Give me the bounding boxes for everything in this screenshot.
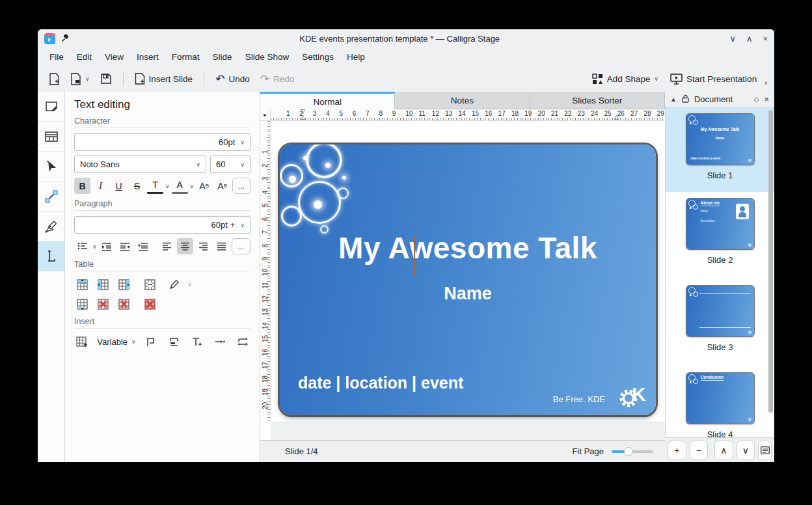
align-right-button[interactable] xyxy=(195,238,211,254)
delete-column-button[interactable] xyxy=(116,296,131,312)
pin-icon[interactable] xyxy=(61,34,70,43)
horizontal-ruler[interactable]: 1234567891011121314151617181920212223242… xyxy=(271,109,665,120)
slide-thumbnail-2[interactable]: About me Name Description ⚙ Slide 2 xyxy=(666,192,774,279)
add-slide-button[interactable]: + xyxy=(668,441,686,460)
slide-thumbnail-4[interactable]: Conclusion ⚙ Slide 4 xyxy=(666,366,774,437)
bold-button[interactable]: B xyxy=(74,178,90,194)
insert-bookmark-button[interactable] xyxy=(144,334,159,349)
border-pen-chevron-icon[interactable]: ∨ xyxy=(187,281,192,288)
tool-shape-edit[interactable] xyxy=(38,92,64,122)
table-border-pen-button[interactable] xyxy=(167,277,182,292)
font-size-combo[interactable]: 60 ∨ xyxy=(210,156,250,173)
highlight-color-chevron-icon[interactable]: ∨ xyxy=(190,183,195,189)
open-recent-chevron-icon[interactable]: ∨ xyxy=(85,75,90,82)
strikethrough-button[interactable]: S xyxy=(129,178,145,194)
character-more-button[interactable]: ... xyxy=(232,178,250,194)
menu-edit[interactable]: Edit xyxy=(70,50,98,64)
insert-row-above-button[interactable] xyxy=(74,277,90,292)
italic-button[interactable]: I xyxy=(92,178,109,194)
insert-soft-hyphen-button[interactable] xyxy=(212,334,227,349)
merge-cells-button[interactable] xyxy=(142,277,157,292)
insert-page-break-button[interactable] xyxy=(167,334,182,349)
slide-thumbnail-1[interactable]: My Awesome Talk Name date | location | e… xyxy=(666,107,774,192)
split-cells-button[interactable] xyxy=(74,296,90,312)
dock-close-icon[interactable]: × xyxy=(764,94,769,104)
align-left-button[interactable] xyxy=(159,238,175,254)
redo-button[interactable]: ↷ Redo xyxy=(256,70,299,88)
tool-pointer[interactable] xyxy=(38,152,64,182)
close-button[interactable]: × xyxy=(763,34,768,44)
menu-format[interactable]: Format xyxy=(165,50,206,64)
tab-normal[interactable]: Normal xyxy=(260,92,395,109)
tool-text[interactable] xyxy=(38,241,64,271)
insert-slide-button[interactable]: Insert Slide xyxy=(130,70,198,88)
tool-connector[interactable] xyxy=(38,182,64,212)
open-document-button[interactable]: ∨ xyxy=(66,70,94,89)
zoom-mode-label[interactable]: Fit Page xyxy=(573,446,604,456)
insert-text-button[interactable] xyxy=(189,334,204,349)
tool-slide-layout[interactable] xyxy=(38,122,64,152)
dock-scrollbar[interactable] xyxy=(768,110,773,413)
view-mode-button[interactable] xyxy=(758,441,772,460)
menu-help[interactable]: Help xyxy=(340,50,372,64)
paragraph-more-button[interactable]: ... xyxy=(232,238,250,254)
menu-file[interactable]: File xyxy=(43,50,70,64)
slide-thumbnail-3[interactable]: ⚙ Slide 3 xyxy=(666,279,774,366)
titlebar[interactable]: KDE events presentation template * — Cal… xyxy=(38,29,774,48)
insert-line-break-button[interactable] xyxy=(236,334,250,349)
undo-button[interactable]: ↶ Undo xyxy=(211,70,254,88)
minimize-button[interactable]: ∨ xyxy=(729,34,736,44)
slide-footer-text[interactable]: date | location | event xyxy=(298,374,463,392)
collapse-icon[interactable]: ▲ xyxy=(670,96,677,103)
list-style-button[interactable] xyxy=(74,238,90,254)
paragraph-style-combo[interactable]: 60pt + ∨ xyxy=(74,216,250,234)
highlight-color-button[interactable]: A xyxy=(172,178,188,194)
new-document-button[interactable] xyxy=(44,70,64,89)
decrease-indent-button[interactable] xyxy=(99,238,115,254)
move-slide-down-button[interactable]: ∨ xyxy=(737,441,755,460)
character-style-combo[interactable]: 60pt ∨ xyxy=(74,133,250,151)
indent-marker-right[interactable]: △ xyxy=(614,115,619,120)
menu-insert[interactable]: Insert xyxy=(130,50,165,64)
tool-path-edit[interactable] xyxy=(38,212,64,241)
font-family-combo[interactable]: Noto Sans ∨ xyxy=(74,156,206,173)
tab-slides-sorter[interactable]: Slides Sorter xyxy=(530,92,665,109)
insert-table-button[interactable] xyxy=(74,334,89,349)
lock-icon[interactable] xyxy=(682,94,689,105)
maximize-button[interactable]: ∧ xyxy=(746,34,753,44)
delete-table-button[interactable] xyxy=(142,296,157,312)
slide-title-text[interactable]: My Awesome Talk xyxy=(280,230,656,266)
add-shape-button[interactable]: Add Shape ∨ xyxy=(588,70,663,88)
font-color-chevron-icon[interactable]: ∨ xyxy=(165,183,170,189)
delete-row-button[interactable] xyxy=(95,296,111,312)
save-button[interactable] xyxy=(96,70,116,88)
indent-marker-left[interactable]: △ xyxy=(301,115,305,120)
increase-indent-button[interactable] xyxy=(117,238,133,254)
indent-paragraph-button[interactable] xyxy=(135,238,152,254)
zoom-slider[interactable] xyxy=(612,450,653,453)
list-style-chevron-icon[interactable]: ∨ xyxy=(92,243,97,250)
align-center-button[interactable] xyxy=(177,238,193,254)
underline-button[interactable]: U xyxy=(111,178,127,194)
vertical-ruler[interactable]: 1234567891011121314151617181920 xyxy=(260,121,271,422)
slide-canvas[interactable]: 1234567891011121314151617181920 xyxy=(260,121,665,440)
float-icon[interactable]: ◇ xyxy=(754,96,759,103)
start-presentation-chevron-icon[interactable]: ∨ xyxy=(764,80,768,86)
align-justify-button[interactable] xyxy=(213,238,230,254)
move-slide-up-button[interactable]: ∧ xyxy=(714,441,733,460)
slide-editor[interactable]: My Awesome Talk Name date | location | e… xyxy=(280,144,656,415)
menu-slide[interactable]: Slide xyxy=(206,50,239,64)
insert-variable-button[interactable]: Variable ∨ xyxy=(97,337,135,347)
insert-column-right-button[interactable] xyxy=(116,277,131,292)
menu-settings[interactable]: Settings xyxy=(295,50,340,64)
start-presentation-button[interactable]: Start Presentation xyxy=(666,70,761,88)
insert-column-left-button[interactable] xyxy=(95,277,111,292)
slide-subtitle-text[interactable]: Name xyxy=(280,284,656,304)
tab-notes[interactable]: Notes xyxy=(395,92,530,109)
zoom-slider-knob[interactable] xyxy=(624,447,633,456)
remove-slide-button[interactable]: − xyxy=(690,441,709,460)
subscript-button[interactable]: AB xyxy=(214,178,230,194)
menu-slide-show[interactable]: Slide Show xyxy=(239,50,296,64)
font-color-button[interactable]: T xyxy=(147,178,163,194)
menu-view[interactable]: View xyxy=(98,50,130,64)
